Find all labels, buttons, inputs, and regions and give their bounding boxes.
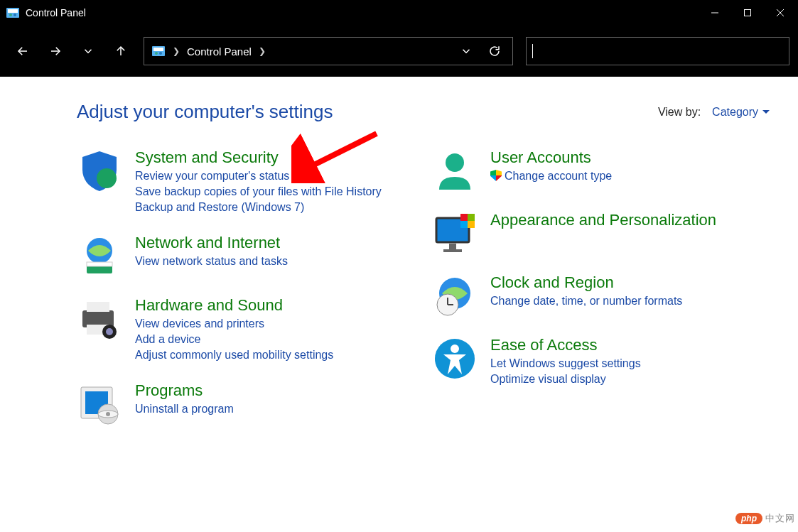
category-title[interactable]: Programs bbox=[135, 381, 404, 400]
minimize-button[interactable] bbox=[699, 0, 731, 26]
svg-point-13 bbox=[155, 52, 158, 55]
category-hardware-and-sound: Hardware and Sound View devices and prin… bbox=[77, 296, 404, 364]
svg-point-14 bbox=[159, 52, 162, 55]
category-title[interactable]: User Accounts bbox=[490, 148, 730, 167]
svg-rect-33 bbox=[443, 249, 462, 252]
app-icon bbox=[6, 6, 20, 20]
category-title[interactable]: Appearance and Personalization bbox=[490, 211, 730, 229]
category-link[interactable]: Optimize visual display bbox=[490, 373, 730, 386]
forward-button[interactable] bbox=[41, 37, 70, 65]
category-link[interactable]: View network status and tasks bbox=[135, 255, 404, 268]
programs-icon[interactable] bbox=[77, 381, 122, 427]
svg-point-2 bbox=[9, 13, 12, 16]
svg-rect-1 bbox=[8, 9, 18, 13]
address-bar[interactable]: ❯ Control Panel ❯ bbox=[144, 37, 513, 65]
up-button[interactable] bbox=[107, 37, 135, 65]
svg-point-28 bbox=[106, 412, 110, 416]
breadcrumb-root[interactable]: Control Panel bbox=[187, 45, 252, 58]
category-link[interactable]: Save backup copies of your files with Fi… bbox=[135, 185, 404, 198]
category-title[interactable]: Ease of Access bbox=[490, 336, 730, 354]
category-system-and-security: System and Security Review your computer… bbox=[77, 148, 404, 217]
svg-rect-36 bbox=[460, 221, 468, 228]
category-link[interactable]: Adjust commonly used mobility settings bbox=[135, 349, 404, 362]
content-area: Adjust your computer's settings View by:… bbox=[0, 77, 798, 444]
svg-rect-35 bbox=[468, 214, 475, 221]
back-button[interactable] bbox=[9, 37, 37, 65]
watermark: php 中文网 bbox=[735, 512, 795, 525]
title-bar: Control Panel bbox=[0, 0, 798, 26]
caret-down-icon bbox=[762, 110, 770, 114]
control-panel-icon bbox=[151, 44, 166, 58]
view-by-value: Category bbox=[712, 106, 758, 119]
category-link[interactable]: Review your computer's status bbox=[135, 170, 404, 183]
user-icon[interactable] bbox=[432, 148, 478, 194]
category-clock-and-region: Clock and Region Change date, time, or n… bbox=[432, 273, 730, 319]
category-title[interactable]: Hardware and Sound bbox=[135, 296, 404, 315]
svg-point-23 bbox=[106, 328, 113, 335]
clock-globe-icon[interactable] bbox=[432, 273, 478, 319]
category-link[interactable]: View devices and printers bbox=[135, 317, 404, 330]
category-title[interactable]: System and Security bbox=[135, 148, 404, 167]
accessibility-icon[interactable] bbox=[432, 336, 478, 381]
refresh-button[interactable] bbox=[484, 37, 505, 65]
printer-icon[interactable] bbox=[77, 296, 122, 342]
svg-rect-18 bbox=[87, 262, 112, 266]
category-title[interactable]: Clock and Region bbox=[490, 273, 730, 292]
recent-locations-button[interactable] bbox=[74, 37, 102, 65]
category-link[interactable]: Uninstall a program bbox=[135, 403, 404, 416]
close-button[interactable] bbox=[764, 0, 797, 26]
category-programs: Programs Uninstall a program bbox=[77, 381, 404, 427]
address-history-button[interactable] bbox=[455, 37, 477, 65]
svg-rect-5 bbox=[745, 10, 751, 16]
svg-point-29 bbox=[446, 153, 464, 172]
category-user-accounts: User Accounts Change account type bbox=[432, 148, 730, 194]
category-network-and-internet: Network and Internet View network status… bbox=[77, 234, 404, 279]
chevron-right-icon[interactable]: ❯ bbox=[259, 46, 266, 56]
svg-rect-32 bbox=[449, 244, 456, 249]
svg-rect-12 bbox=[153, 48, 163, 51]
page-title: Adjust your computer's settings bbox=[77, 101, 333, 123]
category-link[interactable]: Let Windows suggest settings bbox=[490, 357, 730, 370]
maximize-button[interactable] bbox=[731, 0, 764, 26]
svg-point-3 bbox=[14, 13, 16, 16]
category-ease-of-access: Ease of Access Let Windows suggest setti… bbox=[432, 336, 730, 389]
watermark-text: 中文网 bbox=[765, 512, 795, 525]
category-link[interactable]: Change account type bbox=[490, 170, 730, 183]
category-appearance-and-personalization: Appearance and Personalization bbox=[432, 211, 730, 256]
svg-rect-37 bbox=[468, 221, 475, 228]
category-link[interactable]: Backup and Restore (Windows 7) bbox=[135, 201, 404, 214]
view-by-dropdown[interactable]: Category bbox=[712, 106, 770, 119]
svg-point-15 bbox=[97, 168, 117, 188]
chevron-right-icon[interactable]: ❯ bbox=[173, 46, 180, 56]
category-title[interactable]: Network and Internet bbox=[135, 234, 404, 252]
watermark-brand: php bbox=[735, 513, 762, 524]
svg-point-43 bbox=[451, 344, 459, 353]
category-link[interactable]: Add a device bbox=[135, 333, 404, 346]
globe-icon[interactable] bbox=[77, 234, 122, 279]
search-input[interactable] bbox=[526, 37, 789, 65]
window-title: Control Panel bbox=[26, 7, 86, 18]
category-link[interactable]: Change date, time, or number formats bbox=[490, 295, 730, 308]
monitor-icon[interactable] bbox=[432, 211, 478, 256]
svg-rect-34 bbox=[460, 214, 468, 221]
view-by-label: View by: bbox=[658, 106, 701, 119]
nav-bar: ❯ Control Panel ❯ bbox=[0, 26, 798, 77]
shield-icon[interactable] bbox=[77, 148, 122, 194]
svg-rect-20 bbox=[87, 302, 109, 312]
